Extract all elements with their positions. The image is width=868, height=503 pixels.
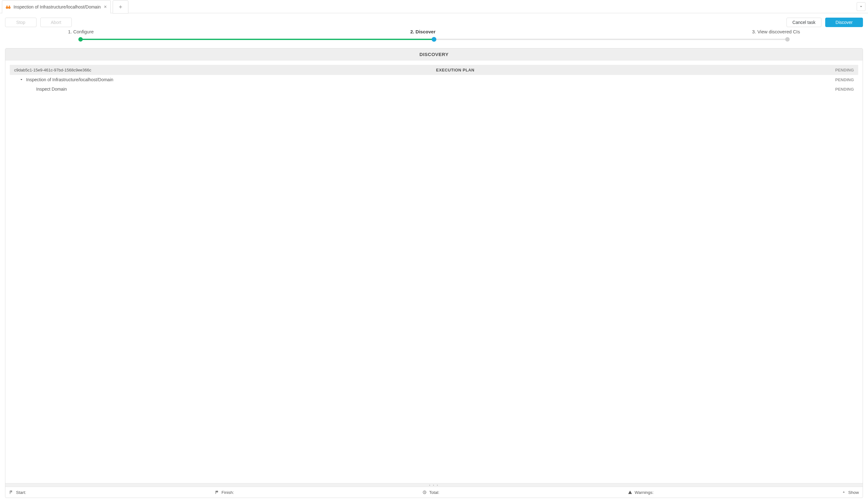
plan-area: c9dab5c1-15e9-461c-97bd-1568c9ee366c EXE… [6, 60, 862, 483]
stepper-seg-complete [81, 39, 434, 40]
status-badge: PENDING [819, 78, 854, 82]
flag-checkered-icon [215, 490, 219, 494]
discovery-panel: DISCOVERY c9dab5c1-15e9-461c-97bd-1568c9… [5, 48, 863, 498]
svg-rect-4 [9, 6, 10, 7]
step-2-dot[interactable] [432, 37, 436, 42]
stepper-track [81, 35, 787, 43]
stop-button[interactable]: Stop [5, 18, 37, 27]
status-badge: PENDING [819, 87, 854, 92]
flag-icon [9, 490, 13, 494]
warning-icon [628, 490, 632, 494]
panel-title: DISCOVERY [6, 49, 862, 60]
status-finish-label: Finish: [221, 490, 234, 495]
status-start: Start: [9, 490, 26, 495]
plan-row[interactable]: Inspect Domain PENDING [10, 84, 858, 94]
tab-overflow-button[interactable] [857, 2, 866, 11]
chevron-down-icon[interactable] [19, 78, 24, 82]
resize-handle[interactable]: • • • [6, 483, 862, 487]
step-2-label[interactable]: 2. Discover [410, 29, 436, 34]
plan-row[interactable]: Inspection of Infrastructure/localhost/D… [10, 75, 858, 84]
binoculars-icon [6, 4, 11, 10]
status-total: Total: [422, 490, 440, 495]
chevron-up-icon [842, 490, 846, 494]
step-1-dot[interactable] [79, 37, 83, 42]
cancel-task-button[interactable]: Cancel task [786, 18, 822, 27]
plan-header-row: c9dab5c1-15e9-461c-97bd-1568c9ee366c EXE… [10, 65, 858, 75]
stepper: 1. Configure 2. Discover 3. View discove… [0, 29, 868, 46]
tab-title: Inspection of Infrastructure/localhost/D… [13, 4, 101, 9]
plan-rows: Inspection of Infrastructure/localhost/D… [10, 75, 858, 481]
status-bar: Start: Finish: Total: Warn [6, 487, 862, 497]
svg-rect-2 [8, 7, 9, 8]
discover-button[interactable]: Discover [825, 18, 863, 27]
plan-heading-status: PENDING [819, 68, 854, 72]
plan-id: c9dab5c1-15e9-461c-97bd-1568c9ee366c [14, 68, 91, 72]
status-total-label: Total: [429, 490, 440, 495]
toolbar: Stop Abort Cancel task Discover [0, 13, 868, 29]
abort-button[interactable]: Abort [40, 18, 72, 27]
tab-active[interactable]: Inspection of Infrastructure/localhost/D… [2, 0, 111, 13]
status-finish: Finish: [215, 490, 234, 495]
plan-heading: EXECUTION PLAN [91, 68, 819, 72]
clock-icon [422, 490, 427, 494]
stepper-labels: 1. Configure 2. Discover 3. View discove… [5, 29, 863, 34]
show-toggle[interactable]: Show [842, 490, 859, 495]
status-start-label: Start: [16, 490, 26, 495]
app-root: Inspection of Infrastructure/localhost/D… [0, 0, 868, 503]
plan-row-label: Inspection of Infrastructure/localhost/D… [26, 77, 819, 82]
close-icon[interactable]: × [103, 4, 107, 9]
tab-add-button[interactable] [113, 0, 128, 13]
show-label: Show [848, 490, 859, 495]
status-warnings: Warnings: [628, 490, 654, 495]
step-3-label[interactable]: 3. View discovered CIs [752, 29, 800, 34]
svg-rect-3 [7, 6, 8, 7]
step-3-dot[interactable] [785, 37, 789, 42]
status-warnings-label: Warnings: [635, 490, 654, 495]
step-1-label[interactable]: 1. Configure [68, 29, 94, 34]
plan-row-label: Inspect Domain [36, 86, 819, 92]
tab-strip: Inspection of Infrastructure/localhost/D… [0, 0, 868, 13]
